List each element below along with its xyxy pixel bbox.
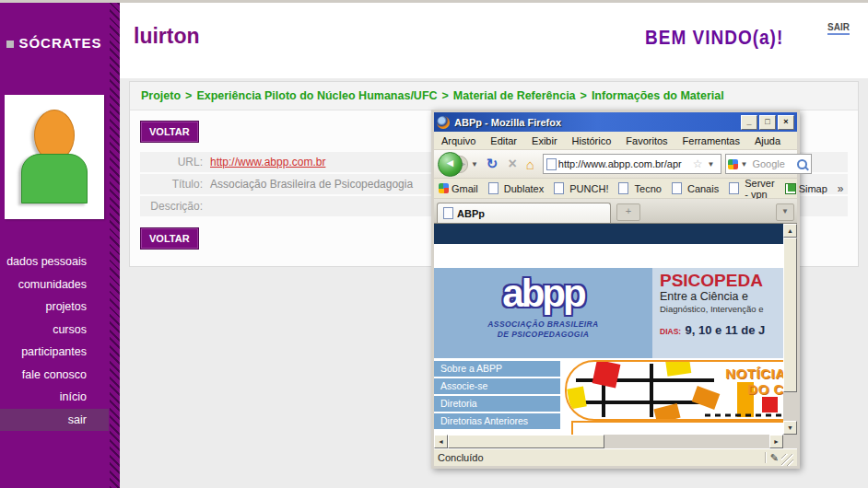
horizontal-scroll-thumb[interactable]	[448, 435, 604, 448]
sair-link[interactable]: SAIR	[827, 22, 850, 35]
window-resize-grip[interactable]	[781, 454, 793, 466]
bookmarks-overflow-chevron[interactable]: »	[838, 182, 844, 195]
back-button[interactable]: ◄	[438, 152, 463, 177]
list-all-tabs-button[interactable]: ▼	[776, 203, 794, 221]
scroll-up-button[interactable]: ▲	[783, 224, 797, 238]
firefox-window: ABPp - Mozilla Firefox _ □ × Arquivo Edi…	[431, 110, 800, 469]
search-input[interactable]	[750, 157, 796, 170]
sidebar-item-participantes[interactable]: participantes	[0, 341, 109, 364]
sidebar-item-dados-pessoais[interactable]: dados pessoais	[0, 250, 109, 273]
bookmark-dublatex[interactable]: Dublatex	[488, 182, 544, 194]
sidebar-item-comunidades[interactable]: comunidades	[0, 273, 109, 296]
vertical-scrollbar[interactable]: ▲ ▼	[783, 224, 797, 435]
menu-favoritos[interactable]: Favoritos	[618, 135, 674, 146]
sidebar-menu: dados pessoais comunidades projetos curs…	[0, 250, 109, 431]
menu-bar: Arquivo Editar Exibir Histórico Favorito…	[434, 132, 797, 150]
avatar-body-icon	[21, 154, 88, 203]
menu-historico[interactable]: Histórico	[565, 135, 619, 146]
site-white-band	[434, 244, 783, 268]
site-nav-diretoria[interactable]: Diretoria	[434, 396, 560, 412]
window-titlebar[interactable]: ABPp - Mozilla Firefox _ □ ×	[434, 112, 797, 132]
site-nav-sobre[interactable]: Sobre a ABPP	[434, 361, 560, 377]
search-bar[interactable]: ▼	[725, 154, 812, 174]
search-magnifier-icon[interactable]	[797, 159, 807, 169]
sidebar-item-cursos[interactable]: cursos	[0, 319, 109, 342]
descricao-label: Descrição:	[140, 200, 210, 213]
voltar-button-top[interactable]: VOLTAR	[140, 121, 199, 143]
site-nav-associe-se[interactable]: Associe-se	[434, 378, 560, 394]
address-dropdown-icon[interactable]: ▼	[708, 160, 715, 168]
scroll-right-button[interactable]: ►	[769, 435, 783, 448]
address-bar[interactable]: ☆ ▼	[543, 154, 721, 174]
horizontal-scrollbar[interactable]: ◄ ►	[434, 435, 797, 448]
breadcrumb: Projeto>Experiência Piloto do Núcleo Hum…	[130, 82, 858, 110]
scroll-down-button[interactable]: ▼	[783, 421, 797, 435]
history-dropdown-icon[interactable]: ▼	[471, 160, 478, 168]
breadcrumb-projeto[interactable]: Projeto	[141, 89, 181, 102]
breadcrumb-informacoes[interactable]: Informações do Material	[592, 89, 724, 102]
url-value-link[interactable]: http://www.abpp.com.br	[210, 156, 325, 168]
site-banner: PSICOPEDA Entre a Ciência e Diagnóstico,…	[652, 268, 783, 358]
sidebar-item-projetos[interactable]: projetos	[0, 296, 109, 319]
bookmark-gmail[interactable]: Gmail	[439, 183, 478, 194]
menu-exibir[interactable]: Exibir	[524, 135, 565, 146]
bookmark-canais[interactable]: Canais	[672, 182, 719, 194]
home-button[interactable]: ⌂	[526, 157, 534, 172]
site-nav: Sobre a ABPP Associe-se Diretoria Direto…	[434, 358, 560, 435]
tab-page-icon	[443, 207, 453, 219]
news-secondary-box	[571, 421, 783, 435]
banner-subtitle-2: Diagnóstico, Intervenção e	[660, 304, 783, 315]
titulo-value: Associação Brasileira de Psicopedagogia	[210, 178, 413, 191]
breadcrumb-material-referencia[interactable]: Material de Referência	[453, 89, 576, 102]
site-nav-diretorias-anteriores[interactable]: Diretorias Anteriores	[434, 413, 560, 429]
bookmark-label: Server - vpn	[745, 178, 774, 200]
bookmark-server-vpn[interactable]: Server - vpn	[729, 178, 774, 200]
google-engine-icon[interactable]	[728, 159, 738, 169]
maximize-button[interactable]: □	[759, 115, 776, 130]
navigation-toolbar: ◄ ► ▼ ↻ × ⌂ ☆ ▼ ▼	[434, 150, 797, 179]
menu-arquivo[interactable]: Arquivo	[434, 135, 483, 146]
close-button[interactable]: ×	[778, 115, 794, 130]
page-icon	[618, 182, 628, 194]
banner-subtitle-1: Entre a Ciência e	[660, 290, 783, 304]
menu-editar[interactable]: Editar	[483, 135, 524, 146]
banner-dias-row: DIAS: 9, 10 e 11 de J	[660, 321, 783, 338]
address-input[interactable]	[557, 157, 691, 170]
engine-dropdown-icon[interactable]: ▼	[741, 160, 748, 168]
sidebar-item-sair[interactable]: sair	[0, 409, 109, 432]
bookmark-star-icon[interactable]: ☆	[693, 157, 703, 170]
status-bar: Concluído ✎	[434, 448, 797, 466]
titulo-label: Título:	[140, 178, 210, 191]
menu-ferramentas[interactable]: Ferramentas	[675, 135, 747, 146]
scroll-left-button[interactable]: ◄	[434, 435, 448, 448]
vertical-scroll-track[interactable]	[783, 392, 797, 421]
menu-ajuda[interactable]: Ajuda	[747, 135, 788, 146]
application-root: SÓCRATES dados pessoais comunidades proj…	[0, 0, 868, 488]
bookmark-tecno[interactable]: Tecno	[618, 182, 661, 194]
voltar-button-bottom[interactable]: VOLTAR	[140, 227, 199, 250]
abpp-site: abpp ASSOCIAÇÃO BRASILEIRA DE PSICOPEDAG…	[434, 224, 783, 435]
bookmarks-toolbar: Gmail Dublatex PUNCH! Tecno Canais Serve…	[434, 179, 797, 199]
new-tab-button[interactable]: +	[616, 203, 640, 221]
bookmark-punch[interactable]: PUNCH!	[554, 182, 608, 194]
horizontal-scroll-track[interactable]	[604, 435, 769, 448]
site-header: abpp ASSOCIAÇÃO BRASILEIRA DE PSICOPEDAG…	[434, 268, 783, 358]
stop-button[interactable]: ×	[508, 156, 516, 172]
minimize-button[interactable]: _	[741, 115, 757, 130]
status-pen-icon[interactable]: ✎	[770, 452, 779, 464]
page-title-username: luirton	[134, 24, 200, 49]
socrates-logo: SÓCRATES	[0, 35, 109, 51]
sidebar-item-inicio[interactable]: início	[0, 386, 109, 409]
bookmark-simap[interactable]: Simap	[785, 183, 827, 194]
sidebar-item-fale-conosco[interactable]: fale conosco	[0, 364, 109, 387]
status-text: Concluído	[438, 452, 761, 463]
vertical-scroll-thumb[interactable]	[783, 238, 797, 392]
page-icon	[488, 182, 499, 194]
bookmark-label: Simap	[799, 183, 827, 194]
tab-abpp[interactable]: ABPp	[437, 203, 611, 223]
welcome-text: BEM VINDO(a)!	[645, 26, 783, 49]
reload-button[interactable]: ↻	[487, 156, 499, 172]
site-logo-block: abpp ASSOCIAÇÃO BRASILEIRA DE PSICOPEDAG…	[434, 268, 652, 358]
breadcrumb-experiencia[interactable]: Experiência Piloto do Núcleo Humanas/UFC	[196, 89, 437, 102]
browser-content: abpp ASSOCIAÇÃO BRASILEIRA DE PSICOPEDAG…	[434, 224, 797, 435]
